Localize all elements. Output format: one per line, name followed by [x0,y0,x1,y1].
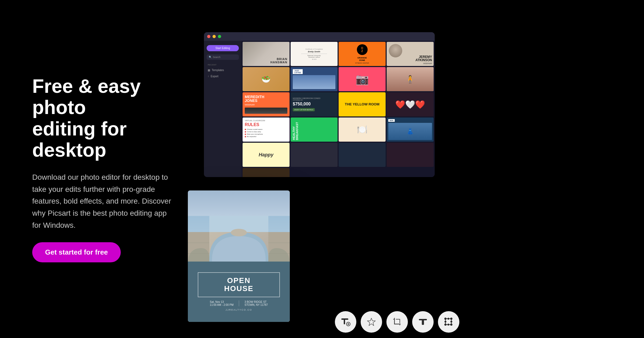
left-section: Free & easy photo editing for desktop Do… [32,76,182,262]
template-card-yellow-room[interactable]: THE YELLOW ROOM [339,92,386,116]
export-label: Export [211,75,218,78]
sidebar-templates[interactable]: ▦ Templates [204,67,241,73]
template-card-jeremy[interactable]: JEREMY ATKINSON WEBINAR [387,42,434,66]
transform-tool[interactable] [438,311,459,333]
search-icon: 🔍 [209,56,212,58]
template-card-brian[interactable]: BRIAN HANSMAN [243,42,290,66]
headline-line1: Free & easy photo [32,75,141,118]
description: Download our photo editor for desktop to… [32,171,172,232]
templates-label: Templates [212,69,224,72]
app-content: BRIAN HANSMAN Certificate of Completion … [241,41,435,177]
open-house-divider [239,300,239,306]
yellow-room-text: THE YELLOW ROOM [345,102,379,106]
crop-tool[interactable] [386,311,408,333]
template-card-certificate[interactable]: Certificate of Completion Emily Smith Na… [291,42,338,66]
templates-icon: ▦ [208,69,210,72]
open-house-details: Sat, Nov 13 11:00 AM - 2:00 PM 3 BOW RID… [210,300,268,306]
open-house-date: Sat, Nov 13 [210,300,233,303]
open-house-title-line1: OPEN [206,277,271,285]
template-card-just-listed[interactable]: JUSTLISTED [291,67,338,91]
svg-point-30 [451,318,452,319]
svg-point-35 [445,321,446,322]
open-house-content: OPEN HOUSE Sat, Nov 13 11:00 AM - 2:00 P… [188,262,290,322]
star-icon [367,317,376,327]
page-container: Free & easy photo editing for desktop Do… [0,0,644,338]
tool-icons-bar [335,311,459,333]
template-card-fashion[interactable]: 🧍 [387,67,434,91]
export-icon: ↑ [208,75,209,78]
svg-point-36 [451,321,452,322]
template-card-gold[interactable]: 🥗 [243,67,290,91]
svg-point-32 [451,324,452,325]
template-card-happy[interactable]: Happy [243,143,290,167]
template-card-meredith[interactable]: MEREDITHJONES WEBINAR [243,92,290,116]
open-house-time: 11:00 AM - 2:00 PM [210,303,233,306]
add-text-tool[interactable] [335,311,356,333]
close-dot[interactable] [207,35,210,38]
open-house-card: OPEN HOUSE Sat, Nov 13 11:00 AM - 2:00 P… [188,190,290,322]
svg-point-34 [448,324,449,325]
transform-icon [444,317,453,327]
open-house-website: JJREALTYCO.CO [226,308,252,311]
open-house-border: OPEN HOUSE [198,272,280,297]
svg-rect-27 [422,319,424,325]
svg-point-33 [448,318,449,319]
sidebar-export[interactable]: ↑ Export [204,73,241,79]
template-card-empty2 [339,143,386,167]
app-window: Start Editing 🔍 Search Recent ▦ Template… [204,32,435,177]
template-card-pink-camera[interactable]: 📷 [339,67,386,91]
right-section: Start Editing 🔍 Search Recent ▦ Template… [182,0,612,338]
search-bar[interactable]: 🔍 Search [207,54,239,60]
maximize-dot[interactable] [218,35,221,38]
template-card-food[interactable]: 🍽️ [339,117,386,142]
add-text-icon [341,317,350,327]
svg-point-13 [231,229,247,236]
search-placeholder: Search [213,56,221,58]
headline: Free & easy photo editing for desktop [32,76,182,161]
template-card-orange[interactable]: OZ ORANGEZONE FITNESS CENTER [339,42,386,66]
app-sidebar: Start Editing 🔍 Search Recent ▦ Template… [204,41,241,177]
template-card-empty1 [291,143,338,167]
headline-line2: editing for desktop [32,118,127,161]
crop-icon [392,317,402,327]
template-card-rules[interactable]: VIRTUAL CLASSROOM RULES Choose a quiet s… [243,117,290,142]
svg-point-31 [445,324,446,325]
open-house-datetime: Sat, Nov 13 11:00 AM - 2:00 PM [210,300,233,306]
section-label: Recent [204,61,241,67]
template-card-healthy[interactable]: HEALTHY BREAKFAST [291,117,338,142]
cta-button[interactable]: Get started for free [32,242,121,262]
svg-point-29 [445,318,446,319]
open-house-address: 3 BOW RIDGE ST STOWN, NY 11787 [244,300,268,306]
template-card-property[interactable]: Modern 3 Bedroom Condo OFFERED BY $750,0… [291,92,338,116]
template-card-fashion2[interactable]: NEW 👗 [387,117,434,142]
edit-text-tool[interactable] [412,311,434,333]
start-editing-button[interactable]: Start Editing [207,45,239,51]
text-edit-icon [418,317,428,327]
app-titlebar [204,32,435,41]
svg-marker-19 [367,318,375,326]
svg-rect-15 [344,319,345,324]
template-card-empty3 [387,143,434,167]
minimize-dot[interactable] [213,35,216,38]
template-card-empty4 [243,168,290,177]
open-house-address-line1: 3 BOW RIDGE ST [244,300,268,303]
open-house-address-line2: STOWN, NY 11787 [244,303,268,306]
template-card-hearts[interactable]: ❤️🤍❤️ [387,92,434,116]
favorites-tool[interactable] [361,311,382,333]
open-house-title-line2: HOUSE [206,285,271,293]
